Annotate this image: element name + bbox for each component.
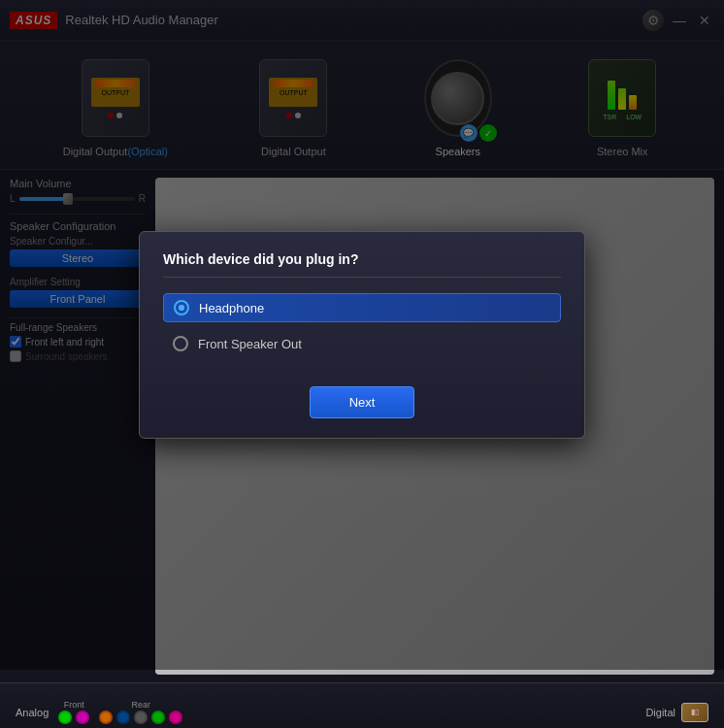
bottom-bar: Analog Front Rear Digital ▮▯ [0, 682, 724, 728]
front-port-green[interactable] [58, 711, 72, 724]
modal-footer: Next [163, 386, 561, 418]
modal-overlay: Which device did you plug in? Headphone … [0, 0, 724, 670]
front-speaker-label: Front Speaker Out [198, 337, 302, 351]
front-port-dots [58, 711, 89, 724]
rear-port-label: Rear [132, 700, 151, 710]
digital-section: Digital ▮▯ [645, 703, 708, 722]
digital-label: Digital [645, 707, 675, 718]
digital-icon: ▮▯ [681, 703, 708, 722]
front-port-label: Front [64, 700, 84, 710]
rear-port-blue[interactable] [116, 711, 130, 724]
rear-port-dots [99, 711, 182, 724]
analog-label: Analog [16, 707, 49, 718]
next-button[interactable]: Next [310, 386, 415, 418]
rear-port-gray[interactable] [134, 711, 148, 724]
rear-port-orange[interactable] [99, 711, 113, 724]
front-speaker-option[interactable]: Front Speaker Out [163, 330, 561, 357]
front-port-pink[interactable] [76, 711, 89, 724]
front-speaker-radio[interactable] [173, 336, 188, 351]
headphone-radio[interactable] [174, 300, 189, 315]
device-dialog: Which device did you plug in? Headphone … [139, 231, 585, 439]
headphone-label: Headphone [199, 301, 264, 315]
headphone-option[interactable]: Headphone [163, 293, 561, 322]
modal-title: Which device did you plug in? [163, 251, 561, 278]
rear-port-lightpink[interactable] [169, 711, 182, 724]
rear-port-lightgreen[interactable] [151, 711, 165, 724]
front-port-group: Front [58, 700, 89, 724]
rear-port-group: Rear [99, 700, 182, 724]
